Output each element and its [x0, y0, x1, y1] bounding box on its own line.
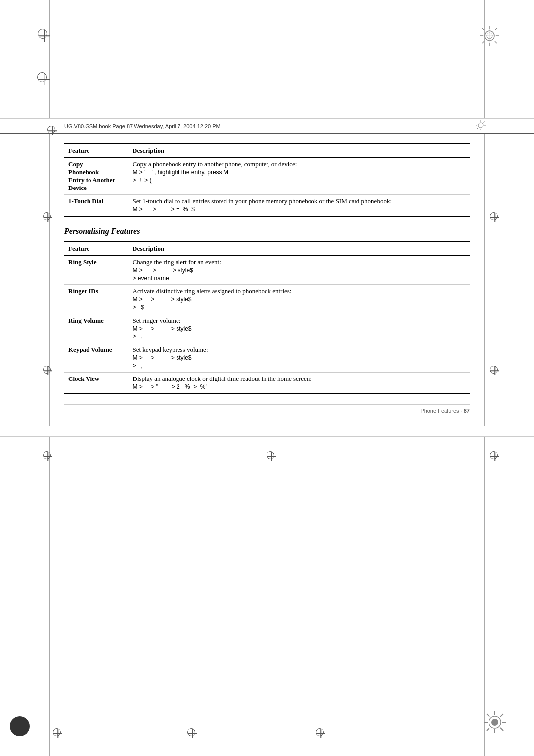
svg-line-30: [487, 728, 490, 731]
table-row: Keypad Volume Set keypad keypress volume…: [64, 343, 470, 373]
svg-line-27: [487, 714, 490, 717]
svg-line-29: [500, 714, 503, 717]
table-row: CopyPhonebookEntry to AnotherDevice Copy…: [64, 158, 470, 195]
feature-label: Ring Style: [64, 256, 129, 285]
header-bar: UG.V80.GSM.book Page 87 Wednesday, April…: [0, 119, 534, 134]
table-row: Ring Volume Set ringer volume: M > > > s…: [64, 314, 470, 343]
top-table-description-header: Description: [129, 144, 470, 158]
top-table-feature-header: Feature: [64, 144, 129, 158]
svg-line-6: [482, 28, 484, 30]
page-footer-text: Phone Features · 87: [420, 408, 470, 414]
svg-line-18: [484, 128, 485, 129]
feature-description: Set keypad keypress volume: M > > > styl…: [129, 343, 470, 373]
bottom-table-feature-header: Feature: [64, 242, 129, 256]
svg-line-17: [477, 122, 478, 123]
page-footer: Phone Features · 87: [64, 404, 470, 417]
svg-point-12: [478, 123, 483, 128]
bottom-left-reg-mark: [10, 716, 30, 736]
table-row: Clock View Display an analogue clock or …: [64, 373, 470, 394]
feature-label: Keypad Volume: [64, 343, 129, 373]
feature-description: Copy a phonebook entry to another phone,…: [129, 158, 470, 195]
svg-line-9: [482, 41, 484, 43]
svg-point-22: [491, 719, 498, 726]
table-row: Ringer IDs Activate distinctive ring ale…: [64, 285, 470, 314]
feature-label: Ringer IDs: [64, 285, 129, 314]
section-title: Personalising Features: [64, 227, 470, 236]
feature-label: Clock View: [64, 373, 129, 394]
page: UG.V80.GSM.book Page 87 Wednesday, April…: [0, 0, 534, 756]
svg-line-7: [495, 41, 497, 43]
top-right-marker: [479, 25, 500, 48]
feature-label: 1-Touch Dial: [64, 195, 129, 217]
table-row: 1-Touch Dial Set 1-touch dial to call en…: [64, 195, 470, 217]
svg-line-28: [500, 728, 503, 731]
bottom-right-sunburst: [483, 710, 507, 736]
feature-description: Set ringer volume: M > > > style$ > ,: [129, 314, 470, 343]
file-info-text: UG.V80.GSM.book Page 87 Wednesday, April…: [64, 123, 221, 129]
top-decorative-area: [0, 0, 534, 119]
bottom-table-description-header: Description: [129, 242, 470, 256]
table-row: Ring Style Change the ring alert for an …: [64, 256, 470, 285]
svg-line-19: [484, 122, 485, 123]
svg-line-8: [495, 28, 497, 30]
bottom-decorative-area: [0, 436, 534, 756]
feature-description: Change the ring alert for an event: M > …: [129, 256, 470, 285]
feature-label: CopyPhonebookEntry to AnotherDevice: [64, 158, 129, 195]
main-content: Feature Description CopyPhonebookEntry t…: [0, 134, 534, 426]
feature-label: Ring Volume: [64, 314, 129, 343]
svg-line-20: [477, 128, 478, 129]
personalising-features-table: Feature Description Ring Style Change th…: [64, 241, 470, 394]
top-features-table: Feature Description CopyPhonebookEntry t…: [64, 143, 470, 217]
feature-description: Display an analogue clock or digital tim…: [129, 373, 470, 394]
feature-description: Set 1-touch dial to call entries stored …: [129, 195, 470, 217]
feature-description: Activate distinctive ring alerts assigne…: [129, 285, 470, 314]
